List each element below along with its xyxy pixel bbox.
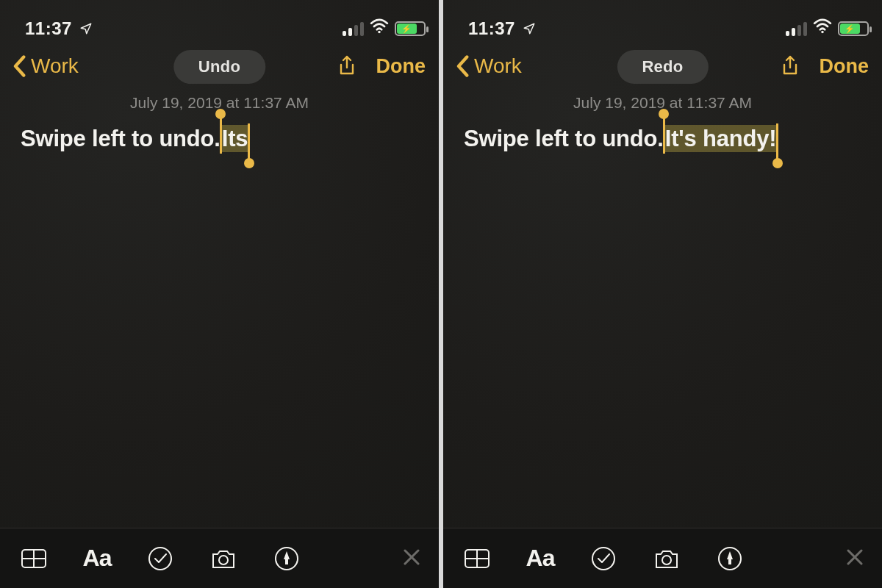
text-style-button[interactable]: Aa [79, 541, 115, 576]
battery-charging-icon: ⚡ [395, 21, 426, 36]
chevron-left-icon [455, 55, 470, 77]
checklist-button[interactable] [586, 541, 621, 576]
svg-point-10 [821, 31, 823, 33]
selection-handle-end[interactable] [776, 123, 778, 159]
screen-left: 11:37 ⚡ Work [0, 0, 439, 588]
location-icon [79, 22, 93, 35]
close-icon [844, 546, 866, 568]
wifi-icon [370, 18, 389, 39]
svg-point-0 [378, 31, 380, 33]
keyboard-toolbar: Aa [0, 528, 439, 588]
svg-point-17 [592, 548, 614, 570]
dismiss-toolbar-button[interactable] [401, 546, 423, 571]
markup-pen-icon [272, 544, 301, 573]
camera-icon [652, 544, 681, 573]
markup-button[interactable] [712, 541, 747, 576]
back-button[interactable]: Work [12, 54, 79, 78]
markup-pen-icon [715, 544, 745, 573]
nav-bar: Work Undo Done [0, 43, 439, 90]
done-button[interactable]: Done [376, 55, 426, 78]
dismiss-toolbar-button[interactable] [844, 546, 866, 571]
chevron-left-icon [12, 55, 26, 77]
text-style-icon: Aa [526, 545, 555, 572]
share-icon [335, 54, 359, 78]
back-label: Work [474, 54, 522, 78]
close-icon [401, 546, 423, 568]
table-icon [462, 544, 492, 573]
cellular-icon [343, 22, 364, 36]
status-time: 11:37 [25, 18, 72, 39]
selection-handle-start[interactable] [220, 118, 222, 154]
svg-point-18 [662, 556, 671, 564]
svg-point-8 [219, 556, 228, 564]
undo-redo-toast: Undo [173, 50, 265, 84]
done-button[interactable]: Done [820, 55, 870, 78]
note-body[interactable]: July 19, 2019 at 11:37 AM Swipe left to … [443, 90, 882, 528]
status-bar: 11:37 ⚡ [443, 0, 882, 43]
share-button[interactable] [775, 51, 805, 81]
undo-redo-toast: Redo [617, 50, 708, 84]
note-text-selected: It's handy! [665, 126, 777, 151]
back-button[interactable]: Work [455, 54, 522, 78]
text-style-icon: Aa [83, 545, 112, 572]
nav-bar: Work Redo Done [443, 43, 882, 90]
camera-button[interactable] [206, 541, 241, 576]
insert-table-button[interactable] [16, 541, 51, 576]
status-time: 11:37 [468, 18, 515, 39]
checkmark-circle-icon [589, 544, 618, 573]
keyboard-toolbar: Aa [443, 528, 882, 588]
note-text-pre: Swipe left to undo. [464, 125, 664, 152]
text-style-button[interactable]: Aa [523, 541, 558, 576]
checkmark-circle-icon [146, 544, 175, 573]
note-text[interactable]: Swipe left to undo. It's handy! [464, 125, 861, 152]
battery-charging-icon: ⚡ [838, 21, 869, 36]
selection-handle-end[interactable] [248, 123, 250, 159]
note-text[interactable]: Swipe left to undo. Its [21, 125, 418, 152]
cellular-icon [786, 22, 807, 36]
screenshot-pair: 11:37 ⚡ Work [0, 0, 882, 588]
selection-handle-start[interactable] [663, 118, 665, 154]
svg-point-7 [149, 548, 171, 570]
table-icon [19, 544, 49, 573]
location-icon [523, 22, 536, 35]
insert-table-button[interactable] [459, 541, 495, 576]
camera-icon [209, 544, 238, 573]
screen-right: 11:37 ⚡ Work [443, 0, 882, 588]
text-selection[interactable]: Its [220, 125, 250, 152]
note-text-selected: Its [222, 126, 248, 151]
note-text-pre: Swipe left to undo. [21, 125, 220, 152]
status-bar: 11:37 ⚡ [0, 0, 439, 43]
camera-button[interactable] [649, 541, 684, 576]
wifi-icon [813, 18, 832, 39]
text-selection[interactable]: It's handy! [664, 125, 778, 152]
note-body[interactable]: July 19, 2019 at 11:37 AM Swipe left to … [0, 90, 439, 528]
share-icon [778, 54, 802, 78]
checklist-button[interactable] [143, 541, 178, 576]
markup-button[interactable] [269, 541, 304, 576]
share-button[interactable] [332, 51, 362, 81]
back-label: Work [31, 54, 79, 78]
